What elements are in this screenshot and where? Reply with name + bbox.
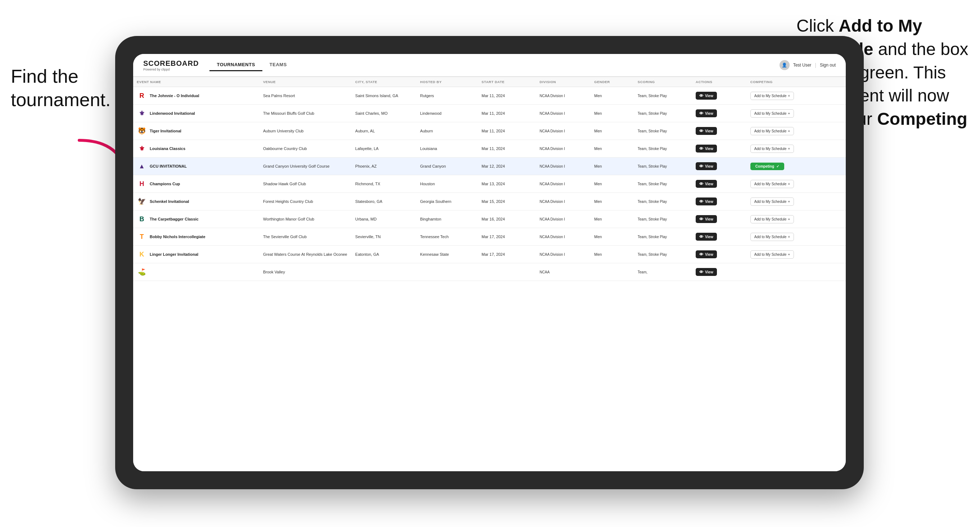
gender-cell: Men: [590, 175, 634, 193]
actions-cell: 👁 View: [692, 246, 747, 264]
competing-button[interactable]: Competing ✓: [750, 163, 784, 170]
hosted-cell: Kennesaw State: [417, 246, 478, 264]
view-button[interactable]: 👁 View: [696, 92, 717, 100]
plus-icon: +: [788, 94, 790, 98]
add-schedule-label: Add to My Schedule: [754, 252, 787, 257]
competing-cell: Add to My Schedule +: [747, 210, 846, 228]
plus-icon: +: [788, 252, 790, 257]
col-header-date: START DATE: [478, 77, 536, 87]
add-schedule-label: Add to My Schedule: [754, 217, 787, 221]
team-logo: ⚜: [137, 108, 147, 118]
eye-icon: 👁: [699, 146, 703, 151]
eye-icon: 👁: [699, 270, 703, 274]
gender-cell: Men: [590, 87, 634, 105]
plus-icon: +: [788, 147, 790, 151]
add-schedule-button[interactable]: Add to My Schedule +: [750, 144, 794, 153]
add-schedule-label: Add to My Schedule: [754, 147, 787, 151]
city-cell: Saint Simons Island, GA: [352, 87, 417, 105]
table-row: ⚜ Lindenwood Invitational The Missouri B…: [133, 105, 846, 122]
city-cell: Phoenix, AZ: [352, 157, 417, 175]
event-name-cell: ⚜ Lindenwood Invitational: [133, 105, 259, 122]
view-button[interactable]: 👁 View: [696, 127, 717, 135]
view-button[interactable]: 👁 View: [696, 268, 717, 276]
gender-cell: [590, 264, 634, 281]
venue-cell: Sea Palms Resort: [259, 87, 352, 105]
event-name-cell: 🐯 Tiger Invitational: [133, 122, 259, 140]
event-name-cell: B The Carpetbagger Classic: [133, 210, 259, 228]
tab-tournaments[interactable]: TOURNAMENTS: [210, 59, 262, 71]
division-cell: NCAA: [536, 264, 590, 281]
scoring-cell: Team, Stroke Play: [634, 140, 692, 157]
view-button[interactable]: 👁 View: [696, 162, 717, 170]
gender-cell: Men: [590, 193, 634, 210]
logo-area: SCOREBOARD Powered by clippd: [143, 59, 199, 71]
view-button[interactable]: 👁 View: [696, 110, 717, 117]
team-logo: ▲: [137, 161, 147, 171]
add-schedule-button[interactable]: Add to My Schedule +: [750, 180, 794, 188]
actions-cell: 👁 View: [692, 87, 747, 105]
divider: |: [815, 62, 816, 68]
view-button[interactable]: 👁 View: [696, 233, 717, 241]
eye-icon: 👁: [699, 129, 703, 133]
signout-link[interactable]: Sign out: [820, 63, 836, 68]
venue-cell: Brook Valley: [259, 264, 352, 281]
tablet-screen: SCOREBOARD Powered by clippd TOURNAMENTS…: [133, 54, 846, 471]
add-schedule-button[interactable]: Add to My Schedule +: [750, 92, 794, 100]
app-header: SCOREBOARD Powered by clippd TOURNAMENTS…: [133, 54, 846, 77]
date-cell: [478, 264, 536, 281]
actions-cell: 👁 View: [692, 210, 747, 228]
add-schedule-button[interactable]: Add to My Schedule +: [750, 110, 794, 117]
gender-cell: Men: [590, 210, 634, 228]
date-cell: Mar 11, 2024: [478, 105, 536, 122]
team-logo: T: [137, 232, 147, 242]
event-name-text: The Carpetbagger Classic: [150, 217, 199, 221]
table-row: T Bobby Nichols Intercollegiate The Sevi…: [133, 228, 846, 246]
event-name-cell: H Champions Cup: [133, 175, 259, 193]
event-name-text: Schenkel Invitational: [150, 199, 189, 203]
add-schedule-label: Add to My Schedule: [754, 111, 787, 116]
view-button[interactable]: 👁 View: [696, 250, 717, 258]
actions-cell: 👁 View: [692, 140, 747, 157]
scoring-cell: Team, Stroke Play: [634, 87, 692, 105]
user-name: Test User: [793, 63, 811, 68]
venue-cell: Shadow Hawk Golf Club: [259, 175, 352, 193]
competing-label: Competing: [756, 164, 774, 168]
view-button[interactable]: 👁 View: [696, 144, 717, 152]
hosted-cell: Binghamton: [417, 210, 478, 228]
tournaments-table: EVENT NAME VENUE CITY, STATE HOSTED BY S…: [133, 77, 846, 281]
tab-teams[interactable]: TEAMS: [262, 59, 294, 71]
add-schedule-button[interactable]: Add to My Schedule +: [750, 250, 794, 259]
plus-icon: +: [788, 111, 790, 116]
date-cell: Mar 17, 2024: [478, 228, 536, 246]
scoring-cell: Team, Stroke Play: [634, 122, 692, 140]
view-button[interactable]: 👁 View: [696, 215, 717, 223]
actions-cell: 👁 View: [692, 228, 747, 246]
view-button[interactable]: 👁 View: [696, 180, 717, 188]
team-logo: 🐯: [137, 126, 147, 136]
add-schedule-button[interactable]: Add to My Schedule +: [750, 127, 794, 135]
division-cell: NCAA Division I: [536, 228, 590, 246]
scoring-cell: Team, Stroke Play: [634, 157, 692, 175]
event-name-cell: K Linger Longer Invitational: [133, 246, 259, 264]
eye-icon: 👁: [699, 94, 703, 98]
add-schedule-button[interactable]: Add to My Schedule +: [750, 215, 794, 224]
table-row: K Linger Longer Invitational Great Water…: [133, 246, 846, 264]
competing-cell: Add to My Schedule +: [747, 175, 846, 193]
division-cell: NCAA Division I: [536, 175, 590, 193]
event-name-text: GCU INVITATIONAL: [150, 164, 187, 168]
eye-icon: 👁: [699, 252, 703, 257]
view-button[interactable]: 👁 View: [696, 197, 717, 205]
division-cell: NCAA Division I: [536, 122, 590, 140]
scoring-cell: Team, Stroke Play: [634, 228, 692, 246]
nav-tabs: TOURNAMENTS TEAMS: [210, 59, 294, 71]
add-schedule-button[interactable]: Add to My Schedule +: [750, 233, 794, 241]
table-row: 🦅 Schenkel Invitational Forest Heights C…: [133, 193, 846, 210]
add-schedule-button[interactable]: Add to My Schedule +: [750, 197, 794, 206]
table-row: R The Johnnie - O Individual Sea Palms R…: [133, 87, 846, 105]
header-right: 👤 Test User | Sign out: [780, 60, 836, 70]
division-cell: NCAA Division I: [536, 105, 590, 122]
logo-sub: Powered by clippd: [143, 68, 199, 71]
scoring-cell: Team,: [634, 264, 692, 281]
col-header-scoring: SCORING: [634, 77, 692, 87]
col-header-competing: COMPETING: [747, 77, 846, 87]
